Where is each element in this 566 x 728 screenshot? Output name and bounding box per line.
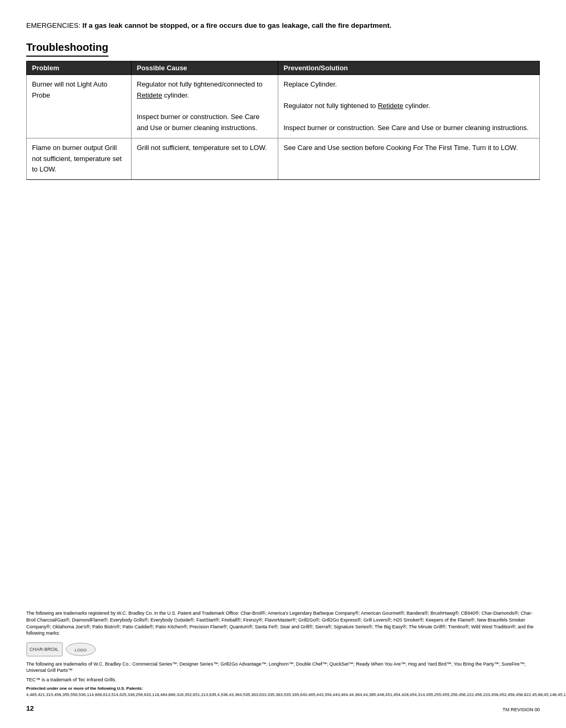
cause-cell-1: Regulator not fully tightened/connected … <box>132 74 278 138</box>
emergency-bold: If a gas leak cannot be stopped, or a fi… <box>82 22 391 29</box>
col-header-cause: Possible Cause <box>132 61 278 74</box>
troubleshooting-section: Troubleshooting Problem Possible Cause P… <box>26 41 540 180</box>
svg-text:CHAR-BROIL: CHAR-BROIL <box>29 647 59 652</box>
trademark-text-1: The following are trademarks registered … <box>26 610 540 636</box>
emergency-text: EMERGENCIES: If a gas leak cannot be sto… <box>26 21 540 31</box>
trademark-logos: CHAR-BROIL LOGO <box>26 642 540 657</box>
solution-cell-2: See Care and Use section before Cooking … <box>278 138 540 179</box>
trademark-text-2: The following are trademarks of W.C. Bra… <box>26 661 540 674</box>
col-header-solution: Prevention/Solution <box>278 61 540 74</box>
svg-text:LOGO: LOGO <box>74 648 86 652</box>
footer-bottom: 12 TM REVISION 00 <box>26 700 540 712</box>
brand-logo-2: LOGO <box>65 642 96 657</box>
patent-numbers: 4,485,421,315,458,355,556,536,114,666,61… <box>26 692 566 697</box>
table-row: Flame on burner output Grill not suffici… <box>27 138 540 179</box>
emergency-prefix: EMERGENCIES: <box>26 22 82 29</box>
footer-area: The following are trademarks registered … <box>26 610 540 712</box>
solution-cell-1: Replace Cylinder. Regulator not fully ti… <box>278 74 540 138</box>
patent-text: Protected under one or more of the follo… <box>26 686 540 698</box>
patent-label: Protected under one or more of the follo… <box>26 686 143 691</box>
cause-cell-2: Grill not sufficient, temperature set to… <box>132 138 278 179</box>
table-row: Burner will not Light Auto Probe Regulat… <box>27 74 540 138</box>
col-header-problem: Problem <box>27 61 132 74</box>
logo-group: CHAR-BROIL LOGO <box>26 642 96 657</box>
troubleshoot-table: Problem Possible Cause Prevention/Soluti… <box>26 61 540 180</box>
brand-logo-1: CHAR-BROIL <box>26 642 63 657</box>
revision-text: TM REVISION 00 <box>503 707 540 712</box>
section-title: Troubleshooting <box>26 41 108 57</box>
tec-trademark-text: TEC™ is a trademark of Tec Infrared Gril… <box>26 677 540 682</box>
problem-cell-2: Flame on burner output Grill not suffici… <box>27 138 132 179</box>
problem-cell-1: Burner will not Light Auto Probe <box>27 74 132 138</box>
page-number: 12 <box>26 704 34 712</box>
